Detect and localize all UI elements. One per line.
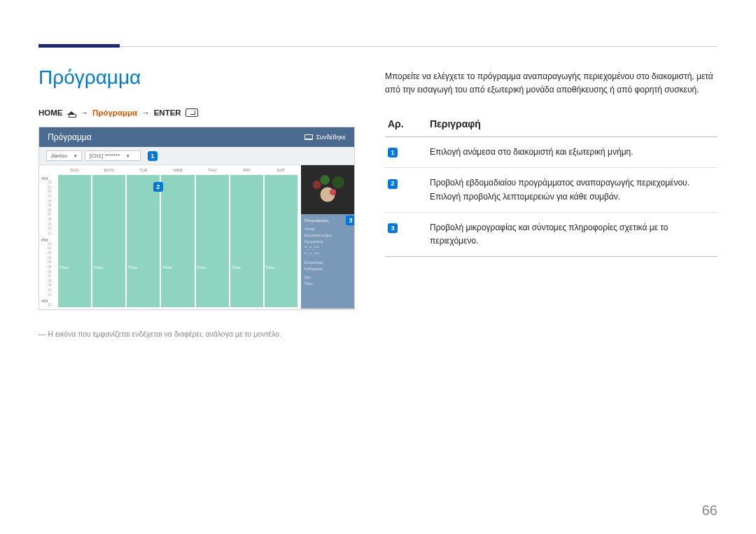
breadcrumb-home: HOME <box>38 108 63 117</box>
home-icon <box>67 109 76 116</box>
day-header: SAT <box>264 168 298 172</box>
callout-1: 1 <box>148 151 158 161</box>
breadcrumb-mid: Πρόγραμμα <box>92 108 137 117</box>
table-head-no: Αρ. <box>385 113 427 137</box>
calendar-event[interactable]: Όλην. <box>196 175 229 307</box>
calendar-event[interactable]: Όλην. <box>161 175 194 307</box>
thumbnail <box>301 165 354 214</box>
info-box: 3 Πληροφορίες Τοπικό Εσωτερική μνήμη Ημε… <box>301 214 354 309</box>
table-head-desc: Περιγραφή <box>427 113 718 137</box>
intro-paragraph: Μπορείτε να ελέγχετε το πρόγραμμα αναπαρ… <box>385 70 718 96</box>
callout-3: 3 <box>346 216 355 225</box>
arrow-icon: → <box>141 108 150 117</box>
calendar-event[interactable]: Όλην. <box>58 175 91 307</box>
day-header: TUE <box>126 168 160 172</box>
info-panel: 3 Πληροφορίες Τοπικό Εσωτερική μνήμη Ημε… <box>301 165 354 309</box>
calendar: 2 SUN MON TUE WEB THU FRI SAT AM 12 01 <box>39 165 301 309</box>
row-number-badge: 3 <box>388 223 398 233</box>
mock-titlebar: Πρόγραμμα Συνδέθηκε <box>39 127 354 147</box>
top-rule <box>38 46 718 47</box>
calendar-event[interactable]: Όλην. <box>127 175 160 307</box>
info-header: Πληροφορίες <box>304 217 351 225</box>
channel-select[interactable]: [Ch1] ******* ▾ <box>85 150 141 161</box>
chevron-down-icon: ▾ <box>127 153 130 159</box>
day-header: WEB <box>160 168 195 172</box>
description-table: Αρ. Περιγραφή 1 Επιλογή ανάμεσα στο διακ… <box>385 113 718 257</box>
row-number-badge: 2 <box>388 179 398 189</box>
mock-status-text: Συνδέθηκε <box>316 134 346 141</box>
row-number-badge: 1 <box>388 148 398 157</box>
callout-2: 2 <box>153 182 163 192</box>
network-select[interactable]: Δίκτυο ▾ <box>46 150 82 161</box>
select-label: Δίκτυο <box>51 153 67 159</box>
table-row: 1 Επιλογή ανάμεσα στο διακομιστή και εξω… <box>385 137 718 168</box>
calendar-event[interactable]: Όλην. <box>230 175 263 307</box>
calendar-grid: AM 12 01 02 03 04 05 06 07 08 09 10 11 P… <box>39 175 298 308</box>
calendar-event[interactable]: Όλην. <box>265 175 298 307</box>
row-desc: Επιλογή ανάμεσα στο διακομιστή και εξωτε… <box>427 137 718 168</box>
mock-toolbar: Δίκτυο ▾ [Ch1] ******* ▾ 1 <box>39 147 354 165</box>
calendar-header: SUN MON TUE WEB THU FRI SAT <box>39 165 298 175</box>
mock-body: 2 SUN MON TUE WEB THU FRI SAT AM 12 01 <box>39 165 354 309</box>
left-column: Πρόγραμμα HOME → Πρόγραμμα → ENTER Πρόγρ… <box>38 66 355 338</box>
right-column: Μπορείτε να ελέγχετε το πρόγραμμα αναπαρ… <box>385 70 718 257</box>
day-header: MON <box>92 168 126 172</box>
breadcrumb-enter: ENTER <box>154 108 181 117</box>
monitor-icon <box>304 134 313 140</box>
chevron-down-icon: ▾ <box>74 153 77 159</box>
calendar-event[interactable]: Όλην. <box>92 175 125 307</box>
mock-title: Πρόγραμμα <box>48 132 92 142</box>
day-header: SUN <box>57 168 92 172</box>
row-desc: Προβολή μικρογραφίας και σύντομες πληροφ… <box>427 212 718 256</box>
row-desc: Προβολή εβδομαδιαίου προγράμματος αναπαρ… <box>427 168 718 212</box>
image-disclaimer: ― Η εικόνα που εμφανίζεται ενδέχεται να … <box>38 330 355 338</box>
mock-status: Συνδέθηκε <box>304 134 346 141</box>
page-title: Πρόγραμμα <box>38 66 355 89</box>
screenshot-mockup: Πρόγραμμα Συνδέθηκε Δίκτυο ▾ [Ch1] *****… <box>38 127 355 310</box>
table-row: 3 Προβολή μικρογραφίας και σύντομες πληρ… <box>385 212 718 256</box>
time-column: AM 12 01 02 03 04 05 06 07 08 09 10 11 P… <box>39 175 57 308</box>
select-label: [Ch1] ******* <box>90 153 120 159</box>
arrow-icon: → <box>80 108 89 117</box>
page-number: 66 <box>702 503 718 519</box>
breadcrumb: HOME → Πρόγραμμα → ENTER <box>38 108 355 117</box>
day-header: THU <box>195 168 230 172</box>
enter-icon <box>186 108 198 117</box>
day-header: FRI <box>230 168 264 172</box>
table-row: 2 Προβολή εβδομαδιαίου προγράμματος αναπ… <box>385 168 718 212</box>
